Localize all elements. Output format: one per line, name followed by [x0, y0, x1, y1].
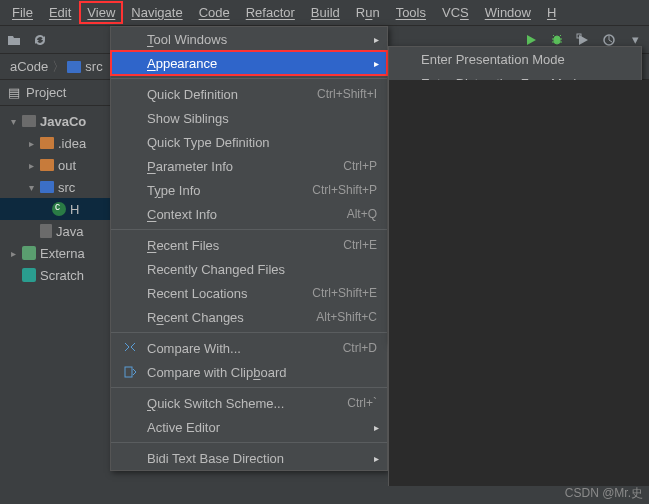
tree-label: .idea	[58, 136, 86, 151]
menu-tools[interactable]: Tools	[388, 1, 434, 24]
menu-show-siblings[interactable]: Show Siblings	[111, 106, 387, 130]
folder-icon	[40, 137, 54, 149]
menu-recent-files[interactable]: Recent FilesCtrl+E	[111, 233, 387, 257]
watermark: CSDN @Mr.史	[565, 485, 643, 502]
tree-label: src	[58, 180, 75, 195]
tree-label: out	[58, 158, 76, 173]
menu-quick-type-def[interactable]: Quick Type Definition	[111, 130, 387, 154]
folder-icon	[40, 181, 54, 193]
menu-file[interactable]: File	[4, 1, 41, 24]
menu-separator	[111, 78, 387, 79]
crumb-sep: 〉	[52, 58, 65, 76]
menu-recently-changed[interactable]: Recently Changed Files	[111, 257, 387, 281]
menu-context-info[interactable]: Context InfoAlt+Q	[111, 202, 387, 226]
menu-build[interactable]: Build	[303, 1, 348, 24]
class-icon	[52, 202, 66, 216]
menu-param-info[interactable]: Parameter InfoCtrl+P	[111, 154, 387, 178]
menu-type-info[interactable]: Type InfoCtrl+Shift+P	[111, 178, 387, 202]
project-tool-icon: ▤	[8, 85, 20, 100]
menu-separator	[111, 387, 387, 388]
view-menu: Tool Windows▸ Appearance▸ Quick Definiti…	[110, 26, 388, 471]
menubar: File Edit View Navigate Code Refactor Bu…	[0, 0, 649, 26]
menu-refactor[interactable]: Refactor	[238, 1, 303, 24]
project-tool-label: Project	[26, 85, 66, 100]
tree-label: JavaCo	[40, 114, 86, 129]
tree-label: Scratch	[40, 268, 84, 283]
module-icon	[22, 115, 36, 127]
menu-recent-changes[interactable]: Recent ChangesAlt+Shift+C	[111, 305, 387, 329]
menu-run[interactable]: Run	[348, 1, 388, 24]
menu-separator	[111, 442, 387, 443]
crumb-src[interactable]: src	[83, 59, 104, 74]
menu-vcs[interactable]: VCS	[434, 1, 477, 24]
clipboard-diff-icon	[121, 365, 139, 379]
tree-label: Java	[56, 224, 83, 239]
diff-icon	[121, 341, 139, 355]
menu-edit[interactable]: Edit	[41, 1, 79, 24]
folder-icon	[40, 159, 54, 171]
menu-active-editor[interactable]: Active Editor▸	[111, 415, 387, 439]
menu-quick-def[interactable]: Quick DefinitionCtrl+Shift+I	[111, 82, 387, 106]
sync-icon[interactable]	[32, 32, 48, 48]
menu-enter-presentation[interactable]: Enter Presentation Mode	[389, 47, 641, 71]
menu-compare-with[interactable]: Compare With...Ctrl+D	[111, 336, 387, 360]
menu-help[interactable]: H	[539, 1, 564, 24]
scratch-icon	[22, 268, 36, 282]
menu-code[interactable]: Code	[191, 1, 238, 24]
folder-icon	[67, 61, 81, 73]
crumb-root[interactable]: aCode	[8, 59, 50, 74]
open-icon[interactable]	[6, 32, 22, 48]
menu-appearance[interactable]: Appearance▸	[111, 51, 387, 75]
tree-label: H	[70, 202, 79, 217]
file-icon	[40, 224, 52, 238]
menu-separator	[111, 332, 387, 333]
tree-label: Externa	[40, 246, 85, 261]
menu-recent-locations[interactable]: Recent LocationsCtrl+Shift+E	[111, 281, 387, 305]
menu-window[interactable]: Window	[477, 1, 539, 24]
menu-separator	[111, 229, 387, 230]
menu-compare-clipboard[interactable]: Compare with Clipboard	[111, 360, 387, 384]
menu-quick-switch[interactable]: Quick Switch Scheme...Ctrl+`	[111, 391, 387, 415]
menu-view[interactable]: View	[79, 1, 123, 24]
menu-tool-windows[interactable]: Tool Windows▸	[111, 27, 387, 51]
editor-area	[388, 80, 649, 486]
svg-rect-2	[125, 367, 132, 377]
library-icon	[22, 246, 36, 260]
menu-navigate[interactable]: Navigate	[123, 1, 190, 24]
menu-bidi[interactable]: Bidi Text Base Direction▸	[111, 446, 387, 470]
